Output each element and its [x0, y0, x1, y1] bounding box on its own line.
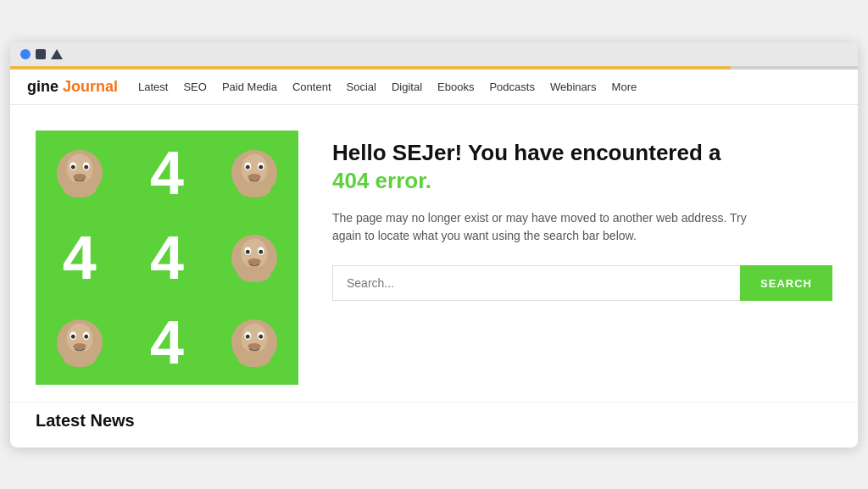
nav-item-digital[interactable]: Digital — [392, 79, 422, 94]
face-icon-1 — [55, 148, 104, 197]
error-content: Hello SEJer! You have encountered a 404 … — [332, 131, 832, 302]
svg-point-28 — [71, 334, 75, 338]
nav-link-ebooks[interactable]: Ebooks — [437, 81, 474, 93]
svg-point-31 — [63, 350, 96, 366]
face-icon-4 — [55, 318, 104, 367]
error-code: 404 error. — [332, 168, 431, 193]
error-description: The page may no longer exist or may have… — [332, 209, 756, 245]
grid-cell-num-3: 4 — [123, 215, 210, 300]
grid-cell-num-2: 4 — [36, 215, 123, 300]
dot-square — [36, 49, 46, 59]
latest-news-section: Latest News — [10, 402, 858, 447]
grid-cell-face-3 — [211, 215, 298, 300]
svg-point-23 — [238, 265, 271, 281]
svg-point-7 — [63, 181, 96, 197]
svg-point-39 — [238, 350, 271, 366]
nav-link-webinars[interactable]: Webinars — [550, 81, 597, 93]
number-4-1: 4 — [150, 142, 184, 203]
svg-point-21 — [259, 249, 264, 253]
error-heading: Hello SEJer! You have encountered a 404 … — [332, 139, 832, 197]
error-heading-part1: Hello SEJer! You have encountered a — [332, 140, 721, 165]
browser-chrome — [10, 42, 858, 69]
number-4-2: 4 — [63, 227, 97, 288]
nav-link-latest[interactable]: Latest — [138, 81, 168, 93]
svg-point-5 — [84, 164, 88, 169]
search-button[interactable]: SEARCH — [740, 265, 832, 301]
svg-point-4 — [71, 164, 75, 169]
nav-link-digital[interactable]: Digital — [392, 81, 422, 93]
latest-news-heading: Latest News — [36, 411, 832, 431]
svg-point-20 — [246, 249, 250, 253]
nav-item-podcasts[interactable]: Podcasts — [489, 79, 534, 94]
error-image: 4 4 4 — [36, 131, 298, 385]
nav-item-ebooks[interactable]: Ebooks — [437, 79, 474, 94]
svg-point-29 — [84, 334, 88, 338]
nav-item-social[interactable]: Social — [347, 79, 376, 94]
face-icon-2 — [230, 148, 279, 197]
face-icon-3 — [230, 233, 279, 282]
grid-cell-face-2 — [211, 131, 298, 215]
browser-window: gine Journal Latest SEO Paid Media Conte… — [10, 42, 858, 447]
grid-cell-face-5 — [211, 300, 298, 385]
nav-item-more[interactable]: More — [612, 79, 637, 94]
grid-cell-face-4 — [36, 300, 123, 385]
logo-brand: Journal — [63, 78, 118, 95]
nav-link-social[interactable]: Social — [347, 81, 376, 93]
nav-link-paid-media[interactable]: Paid Media — [222, 81, 277, 93]
nav-links: Latest SEO Paid Media Content Social Dig… — [138, 79, 637, 94]
nav-link-seo[interactable]: SEO — [183, 81, 206, 93]
browser-dots — [20, 49, 848, 66]
nav-item-seo[interactable]: SEO — [183, 79, 206, 94]
svg-point-13 — [259, 164, 264, 169]
nav-item-paid-media[interactable]: Paid Media — [222, 79, 277, 94]
nav-link-podcasts[interactable]: Podcasts — [489, 81, 534, 93]
grid-cell-num-1: 4 — [123, 131, 210, 215]
dot-triangle — [51, 49, 63, 59]
nav-link-content[interactable]: Content — [292, 81, 331, 93]
nav-item-latest[interactable]: Latest — [138, 79, 168, 94]
nav-link-more[interactable]: More — [612, 81, 637, 93]
search-row: SEARCH — [332, 265, 832, 301]
svg-point-36 — [246, 334, 250, 338]
search-input[interactable] — [332, 265, 740, 301]
loading-bar — [10, 66, 731, 69]
site-nav: gine Journal Latest SEO Paid Media Conte… — [10, 69, 858, 105]
logo-prefix: gine — [27, 78, 63, 95]
number-4-4: 4 — [150, 312, 184, 373]
grid-cell-num-4: 4 — [123, 300, 210, 385]
grid-cell-face-1 — [36, 131, 123, 215]
nav-item-content[interactable]: Content — [292, 79, 331, 94]
dot-blue — [20, 49, 31, 59]
main-content: 4 4 4 — [10, 105, 858, 402]
svg-point-37 — [259, 334, 264, 338]
number-4-3: 4 — [150, 227, 184, 288]
svg-point-12 — [246, 164, 250, 169]
site-logo: gine Journal — [27, 78, 118, 96]
face-icon-5 — [230, 318, 279, 367]
nav-item-webinars[interactable]: Webinars — [550, 79, 597, 94]
svg-point-15 — [238, 181, 271, 197]
